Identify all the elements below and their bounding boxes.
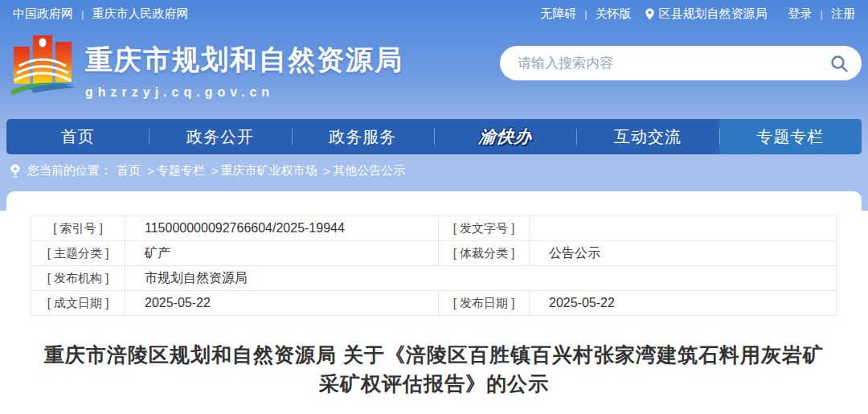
yukuaiban-logo: 渝快办 (477, 125, 533, 148)
search-input[interactable] (518, 55, 829, 72)
meta-value-topic-class: 矿产 (125, 241, 439, 266)
meta-label-doc-no: [ 发文字号 ] (439, 216, 530, 241)
divider: | (584, 8, 587, 20)
search-bar[interactable] (500, 46, 862, 80)
meta-label-publish-date: [ 发布日期 ] (439, 291, 530, 316)
site-url: ghzrzyj.cq.gov.cn (85, 85, 403, 100)
table-row: [ 成文日期 ] 2025-05-22 [ 发布日期 ] 2025-05-22 (31, 291, 837, 316)
topbar-right-links: 无障碍 | 关怀版 区县规划自然资源局 登录 | 注册 (540, 6, 855, 22)
register-button[interactable]: 注册 (831, 6, 855, 22)
breadcrumb-separator: > (211, 164, 219, 178)
crumb-special-topics[interactable]: 专题专栏 (157, 163, 205, 178)
topbar-left-links: 中国政府网 | 重庆市人民政府网 (13, 6, 188, 22)
meta-label-issuing-agency: [ 发布机构 ] (31, 266, 125, 291)
brand-text: 重庆市规划和自然资源局 ghzrzyj.cq.gov.cn (85, 32, 403, 100)
nav-label: 政务公开 (186, 126, 254, 148)
article-title-line2: 采矿权评估报告》的公示 (6, 369, 862, 398)
nav-label: 政务服务 (329, 126, 396, 148)
table-row: [ 主题分类 ] 矿产 [ 体裁分类 ] 公告公示 (31, 241, 837, 266)
crumb-other-notices[interactable]: 其他公告公示 (333, 163, 405, 178)
nav-label: 互动交流 (614, 126, 682, 148)
link-china-gov[interactable]: 中国政府网 (13, 6, 73, 22)
meta-value-doc-no (530, 216, 837, 241)
meta-value-written-date: 2025-05-22 (125, 291, 439, 316)
nav-gov-services[interactable]: 政务服务 (292, 119, 434, 154)
nav-yukuaiban[interactable]: 渝快办 (434, 119, 576, 154)
meta-label-topic-class: [ 主题分类 ] (31, 241, 125, 266)
content-card: [ 索引号 ] 115000000092766604/2025-19944 [ … (6, 191, 862, 414)
nav-label: 专题专栏 (756, 126, 824, 148)
nav-label: 首页 (61, 126, 95, 148)
link-care-version[interactable]: 关怀版 (596, 6, 632, 22)
location-pin-icon (10, 164, 21, 178)
meta-value-publish-date: 2025-05-22 (530, 291, 837, 316)
breadcrumb-separator: > (147, 164, 154, 178)
article-title-line1: 重庆市涪陵区规划和自然资源局 关于《涪陵区百胜镇百兴村张家湾建筑石料用灰岩矿 (6, 340, 862, 369)
document-meta-table: [ 索引号 ] 115000000092766604/2025-19944 [ … (31, 215, 837, 316)
breadcrumb-separator: > (324, 164, 331, 178)
breadcrumb: 您当前的位置： 首页 > 专题专栏 > 重庆市矿业权市场 > 其他公告公示 (10, 163, 405, 178)
link-accessibility[interactable]: 无障碍 (540, 6, 576, 22)
nav-home[interactable]: 首页 (6, 119, 149, 154)
meta-value-issuing-agency: 市规划自然资源局 (125, 266, 837, 291)
meta-label-index-no: [ 索引号 ] (31, 216, 125, 241)
table-row: [ 索引号 ] 115000000092766604/2025-19944 [ … (31, 216, 837, 241)
link-district-bureaus[interactable]: 区县规划自然资源局 (659, 6, 768, 22)
meta-label-written-date: [ 成文日期 ] (31, 291, 125, 316)
search-icon[interactable] (829, 54, 849, 73)
crumb-mining-rights-market[interactable]: 重庆市矿业权市场 (221, 163, 317, 178)
crumb-home[interactable]: 首页 (117, 163, 141, 178)
location-pin-icon (645, 8, 655, 20)
site-title: 重庆市规划和自然资源局 (85, 42, 403, 79)
main-nav: 首页 政务公开 政务服务 渝快办 互动交流 专题专栏 (6, 119, 862, 154)
site-header: 重庆市规划和自然资源局 ghzrzyj.cq.gov.cn (11, 32, 403, 103)
breadcrumb-prefix: 您当前的位置： (27, 163, 112, 178)
bureau-logo-icon (11, 32, 76, 103)
table-row: [ 发布机构 ] 市规划自然资源局 (31, 266, 837, 291)
article-title: 重庆市涪陵区规划和自然资源局 关于《涪陵区百胜镇百兴村张家湾建筑石料用灰岩矿 采… (6, 340, 862, 398)
meta-value-genre-class: 公告公示 (530, 241, 837, 266)
divider: | (821, 8, 823, 20)
login-button[interactable]: 登录 (788, 6, 813, 22)
link-chongqing-gov[interactable]: 重庆市人民政府网 (92, 6, 188, 22)
nav-interaction[interactable]: 互动交流 (576, 119, 719, 154)
divider: | (81, 8, 84, 20)
nav-special-topics[interactable]: 专题专栏 (719, 119, 862, 154)
meta-value-index-no: 115000000092766604/2025-19944 (125, 216, 439, 241)
nav-gov-disclosure[interactable]: 政务公开 (149, 119, 291, 154)
top-utility-bar: 中国政府网 | 重庆市人民政府网 无障碍 | 关怀版 区县规划自然资源局 登录 … (0, 0, 868, 27)
meta-label-genre-class: [ 体裁分类 ] (439, 241, 530, 266)
